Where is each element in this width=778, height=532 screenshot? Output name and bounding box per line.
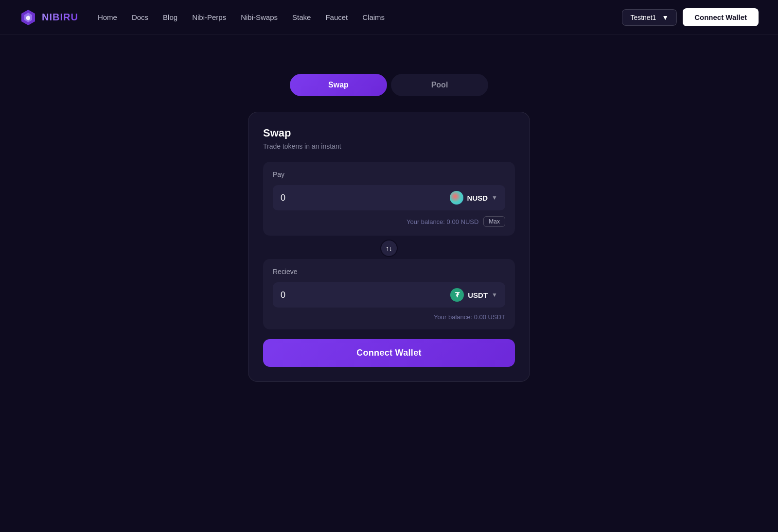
network-dropdown-arrow: ▼ xyxy=(662,14,669,21)
nav-blog[interactable]: Blog xyxy=(163,13,177,21)
pay-section: Pay NUSD ▼ Your balance: 0.00 NUSD Max xyxy=(263,162,515,236)
swap-card-subtitle: Trade tokens in an instant xyxy=(263,142,515,150)
receive-label: Recieve xyxy=(273,268,505,275)
logo[interactable]: NIBIRU xyxy=(19,9,78,26)
tabs-container: Swap Pool xyxy=(290,74,488,96)
nav-nibi-perps[interactable]: Nibi-Perps xyxy=(192,13,226,21)
swap-card: Swap Trade tokens in an instant Pay NUSD… xyxy=(248,112,530,382)
pay-token-selector[interactable]: NUSD ▼ xyxy=(450,191,497,205)
receive-input-row: ₮ USDT ▼ xyxy=(273,282,505,308)
navbar: NIBIRU Home Docs Blog Nibi-Perps Nibi-Sw… xyxy=(0,0,778,35)
receive-balance-row: Your balance: 0.00 USDT xyxy=(273,313,505,321)
nav-docs[interactable]: Docs xyxy=(132,13,148,21)
nav-claims[interactable]: Claims xyxy=(362,13,385,21)
nav-home[interactable]: Home xyxy=(98,13,117,21)
nav-nibi-swaps[interactable]: Nibi-Swaps xyxy=(241,13,278,21)
tab-pool[interactable]: Pool xyxy=(391,74,488,96)
pay-input-row: NUSD ▼ xyxy=(273,185,505,210)
pay-label: Pay xyxy=(273,171,505,178)
pay-amount-input[interactable] xyxy=(281,193,411,203)
pay-balance-text: Your balance: 0.00 NUSD xyxy=(407,218,478,225)
nav-links: Home Docs Blog Nibi-Perps Nibi-Swaps Sta… xyxy=(98,13,622,21)
pay-max-button[interactable]: Max xyxy=(483,216,505,227)
pay-balance-row: Your balance: 0.00 NUSD Max xyxy=(273,216,505,227)
nibiru-logo-icon xyxy=(19,9,37,26)
usdt-token-icon: ₮ xyxy=(450,288,464,302)
network-selector[interactable]: Testnet1 ▼ xyxy=(622,9,677,26)
swap-direction-wrapper: ↑↓ xyxy=(263,238,515,259)
receive-section: Recieve ₮ USDT ▼ Your balance: 0.00 USDT xyxy=(263,259,515,329)
receive-balance-text: Your balance: 0.00 USDT xyxy=(434,313,505,321)
network-label: Testnet1 xyxy=(630,14,656,21)
pay-token-name: NUSD xyxy=(467,194,488,202)
nav-stake[interactable]: Stake xyxy=(292,13,311,21)
brand-name: NIBIRU xyxy=(42,12,78,23)
tab-swap[interactable]: Swap xyxy=(290,74,387,96)
receive-token-selector[interactable]: ₮ USDT ▼ xyxy=(450,288,497,302)
receive-token-chevron: ▼ xyxy=(492,292,497,298)
nav-right: Testnet1 ▼ Connect Wallet xyxy=(622,8,759,26)
nusd-token-icon xyxy=(450,191,463,205)
main-content: Swap Pool Swap Trade tokens in an instan… xyxy=(0,35,778,382)
receive-token-name: USDT xyxy=(468,291,488,299)
pay-token-chevron: ▼ xyxy=(492,194,497,201)
swap-arrows-icon: ↑↓ xyxy=(386,244,392,252)
connect-wallet-main-button[interactable]: Connect Wallet xyxy=(263,339,515,367)
swap-card-title: Swap xyxy=(263,127,515,139)
swap-direction-button[interactable]: ↑↓ xyxy=(380,240,398,257)
receive-amount-input[interactable] xyxy=(281,290,411,300)
connect-wallet-nav-button[interactable]: Connect Wallet xyxy=(683,8,759,26)
nav-faucet[interactable]: Faucet xyxy=(325,13,348,21)
